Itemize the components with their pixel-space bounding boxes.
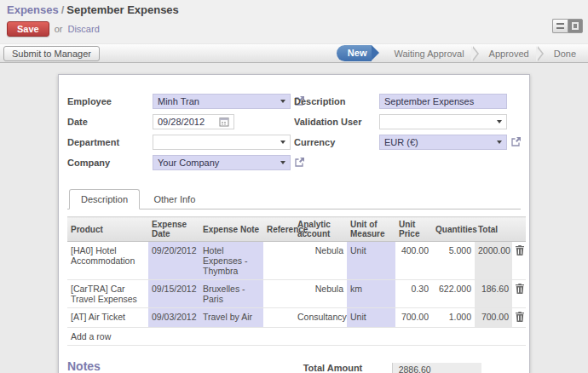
trash-icon[interactable] — [516, 284, 524, 294]
form-view-icon — [572, 22, 579, 30]
cell-product[interactable]: [HA0] Hotel Accommodation — [67, 242, 148, 280]
cell-total: 186.60 — [475, 280, 512, 308]
caret-down-icon — [280, 141, 285, 144]
cell-delete — [512, 308, 526, 328]
col-delete — [512, 217, 526, 242]
col-quantities[interactable]: Quantities — [432, 217, 475, 242]
col-unit-of-measure[interactable]: Unit of Measure — [347, 217, 395, 242]
page-title: September Expenses — [66, 3, 179, 16]
table-header-row: Product Expense Date Expense Note Refere… — [67, 217, 526, 242]
caret-down-icon — [280, 161, 285, 164]
form-left-column: Employee Minh Tran Date — [67, 93, 294, 175]
cell-quantities[interactable]: 1.000 — [432, 308, 475, 328]
col-reference[interactable]: Reference — [263, 217, 294, 242]
discard-link[interactable]: Discard — [67, 24, 99, 34]
currency-label: Currency — [294, 137, 379, 147]
cell-product[interactable]: [CarTRA] Car Travel Expenses — [67, 280, 148, 308]
statusbar-state-waiting-approval[interactable]: Waiting Approval — [385, 49, 472, 59]
cell-unit-of-measure[interactable]: Unit — [347, 242, 395, 280]
cell-quantities[interactable]: 622.000 — [432, 280, 475, 308]
department-field[interactable] — [153, 135, 291, 150]
content-area: Employee Minh Tran Date — [0, 63, 588, 364]
total-amount-value: 2886.60 — [392, 363, 481, 373]
cell-analytic-account[interactable]: Nebula — [294, 280, 347, 308]
validation-user-label: Validation User — [294, 117, 379, 127]
caret-down-icon — [497, 141, 502, 144]
col-product[interactable]: Product — [67, 217, 148, 242]
col-expense-note[interactable]: Expense Note — [199, 217, 263, 242]
cell-total: 2000.00 — [475, 242, 512, 280]
cell-delete — [512, 280, 526, 308]
description-field[interactable]: September Expenses — [379, 94, 507, 109]
cell-product[interactable]: [AT] Air Ticket — [67, 308, 148, 328]
list-view-icon — [556, 23, 564, 29]
department-label: Department — [67, 137, 153, 147]
total-amount-section: Total Amount 2886.60 — [303, 359, 521, 373]
cell-quantities[interactable]: 5.000 — [432, 242, 475, 280]
cell-analytic-account[interactable]: Nebula — [294, 242, 347, 280]
cell-delete — [512, 242, 526, 280]
employee-field[interactable]: Minh Tran — [153, 94, 291, 109]
calendar-icon[interactable] — [219, 117, 229, 127]
caret-down-icon — [497, 120, 502, 123]
breadcrumb-separator: / — [59, 3, 67, 16]
statusbar-separator — [473, 46, 481, 61]
add-a-row-link[interactable]: Add a row — [71, 331, 111, 341]
currency-field[interactable]: EUR (€) — [379, 135, 507, 150]
form-view-button[interactable] — [568, 19, 583, 33]
col-analytic-account[interactable]: Analytic account — [294, 217, 347, 242]
company-field[interactable]: Your Company — [153, 155, 291, 170]
list-view-button[interactable] — [552, 19, 568, 33]
cell-reference[interactable] — [263, 280, 294, 308]
statusbar-state-done[interactable]: Done — [545, 49, 585, 59]
trash-icon[interactable] — [516, 245, 524, 255]
cell-reference[interactable] — [263, 242, 294, 280]
cell-unit-of-measure[interactable]: Unit — [347, 308, 395, 328]
cell-total: 700.00 — [475, 308, 512, 328]
cell-expense-note[interactable]: Travel by Air — [199, 308, 263, 328]
trash-icon[interactable] — [516, 312, 524, 322]
cell-analytic-account[interactable]: Consultancy — [294, 308, 347, 328]
or-label: or — [55, 24, 63, 34]
tab-other-info[interactable]: Other Info — [142, 190, 206, 209]
form-fields: Employee Minh Tran Date — [67, 93, 521, 175]
toolbar: Submit to Manager New Waiting Approval A… — [0, 43, 588, 63]
notes-heading: Notes — [67, 359, 303, 373]
submit-to-manager-button[interactable]: Submit to Manager — [3, 46, 100, 61]
cell-unit-of-measure[interactable]: km — [347, 280, 395, 308]
notebook-tabs: Description Other Info — [67, 188, 521, 209]
form-sheet: Employee Minh Tran Date — [58, 74, 530, 373]
date-field[interactable]: 09/28/2012 — [153, 114, 234, 129]
cell-expense-date[interactable]: 09/20/2012 — [148, 242, 199, 280]
add-row: Add a row — [67, 328, 526, 346]
save-discard-row: Save or Discard — [7, 16, 581, 43]
col-total[interactable]: Total — [475, 217, 512, 242]
caret-down-icon — [280, 100, 285, 103]
company-label: Company — [67, 158, 153, 168]
cell-reference[interactable] — [263, 308, 294, 328]
table-row: [CarTRA] Car Travel Expenses 09/15/2012 … — [67, 280, 526, 308]
validation-user-field[interactable] — [379, 114, 507, 129]
currency-external-link-icon[interactable] — [510, 136, 522, 147]
statusbar-state-new[interactable]: New — [337, 45, 372, 61]
cell-expense-date[interactable]: 09/15/2012 — [148, 280, 199, 308]
top-bar: Expenses/September Expenses Save or Disc… — [0, 0, 588, 43]
cell-expense-date[interactable]: 09/03/2012 — [148, 308, 199, 328]
cell-expense-note[interactable]: Bruxelles - Paris — [199, 280, 263, 308]
total-amount-label: Total Amount — [303, 363, 380, 373]
breadcrumb-parent-link[interactable]: Expenses — [7, 3, 59, 16]
col-expense-date[interactable]: Expense Date — [148, 217, 199, 242]
cell-unit-price[interactable]: 400.00 — [395, 242, 432, 280]
statusbar-separator — [538, 46, 545, 61]
cell-unit-price[interactable]: 0.30 — [395, 280, 432, 308]
cell-unit-price[interactable]: 700.00 — [395, 308, 432, 328]
col-unit-price[interactable]: Unit Price — [395, 217, 432, 242]
statusbar: New Waiting Approval Approved Done — [337, 44, 585, 62]
statusbar-state-approved[interactable]: Approved — [481, 49, 538, 59]
bottom-section: Notes Total Amount 2886.60 — [67, 359, 521, 373]
cell-expense-note[interactable]: Hotel Expenses - Thymbra — [199, 242, 263, 280]
save-button[interactable]: Save — [7, 21, 49, 37]
tab-description[interactable]: Description — [69, 189, 140, 209]
notes-section: Notes — [67, 359, 303, 373]
description-label: Description — [294, 96, 379, 106]
